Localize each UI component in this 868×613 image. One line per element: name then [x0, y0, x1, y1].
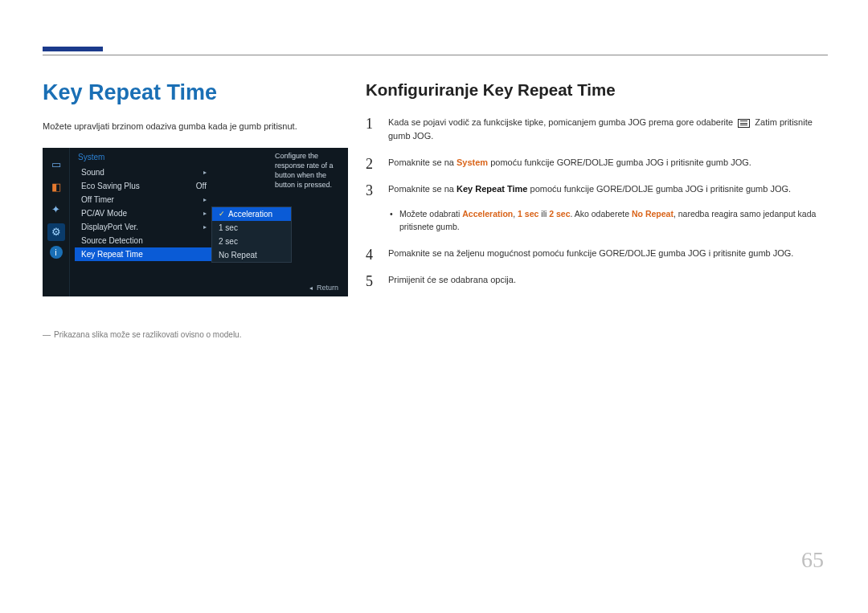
page-title-left: Key Repeat Time [43, 80, 348, 105]
osd-row: Sound▸ [75, 166, 211, 179]
osd-subitem: 1 sec [212, 221, 291, 235]
osd-return: ◂Return [309, 284, 338, 292]
osd-row-selected: Key Repeat Time [75, 247, 211, 261]
chevron-right-icon: ▸ [203, 210, 207, 217]
osd-iconbar: ▭ ◧ ✦ ⚙ i [43, 148, 70, 296]
menu-icon [738, 119, 750, 128]
step-item: Pomaknite se na željenu mogućnost pomoću… [366, 247, 832, 260]
left-description: Možete upravljati brzinom odaziva gumba … [43, 120, 348, 133]
step-item: Primijenit će se odabrana opcija. [366, 273, 832, 287]
osd-row: DisplayPort Ver.▸ [75, 220, 211, 234]
triangle-left-icon: ◂ [309, 284, 313, 292]
keyword-system: System [457, 157, 488, 167]
osd-submenu: ✓Acceleration 1 sec 2 sec No Repeat [211, 206, 292, 263]
settings-icon: ⚙ [47, 223, 65, 241]
page-number: 65 [801, 547, 824, 573]
osd-row: PC/AV Mode▸ [75, 206, 211, 220]
page-title-right: Konfiguriranje Key Repeat Time [366, 80, 832, 100]
chevron-right-icon: ▸ [203, 223, 207, 231]
chevron-right-icon: ▸ [203, 169, 207, 176]
step-item: Kada se pojavi vodič za funkcijske tipke… [366, 116, 832, 143]
info-icon: i [50, 246, 63, 259]
keyword-keyrepeat: Key Repeat Time [457, 184, 527, 194]
osd-subitem-selected: ✓Acceleration [212, 207, 291, 221]
osd-row: Off Timer▸ [75, 193, 211, 206]
osd-screenshot: ▭ ◧ ✦ ⚙ i System Sound▸ Eco Saving PlusO… [43, 148, 348, 296]
osd-subitem: 2 sec [212, 235, 291, 248]
osd-row: Source Detection [75, 234, 211, 247]
osd-menu-header: System [78, 153, 104, 161]
osd-menu-list: Sound▸ Eco Saving PlusOff Off Timer▸ PC/… [75, 166, 211, 261]
steps-list: Kada se pojavi vodič za funkcijske tipke… [366, 116, 832, 287]
chevron-right-icon: ▸ [203, 196, 207, 203]
footnote: ―Prikazana slika može se razlikovati ovi… [43, 330, 348, 339]
osd-subitem: No Repeat [212, 248, 291, 262]
osd-tooltip: Configure the response rate of a button … [275, 151, 343, 190]
adjust-icon: ✦ [47, 201, 65, 219]
picture-icon: ◧ [47, 178, 65, 196]
check-icon: ✓ [219, 210, 225, 218]
step-item: Pomaknite se na Key Repeat Time pomoću f… [366, 182, 832, 234]
sub-bullet: Možete odabrati Acceleration, 1 sec ili … [388, 207, 832, 234]
osd-row: Eco Saving PlusOff [75, 179, 211, 193]
monitor-icon: ▭ [47, 156, 65, 174]
step-item: Pomaknite se na System pomoću funkcije G… [366, 156, 832, 170]
